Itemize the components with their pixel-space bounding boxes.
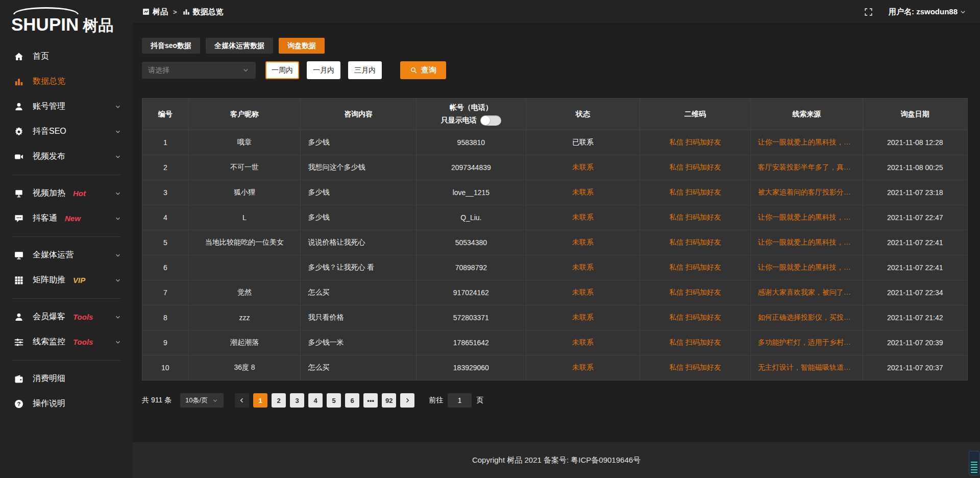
page-button-2[interactable]: 2 [272, 393, 286, 408]
sidebar-item-账号管理[interactable]: 账号管理 [0, 94, 133, 119]
cell-qrcode[interactable]: 私信 扫码加好友 [640, 305, 751, 330]
table-row: 3狐小狸多少钱love__1215未联系私信 扫码加好友被大家追着问的客厅投影分… [142, 180, 968, 205]
status-badge: 未联系 [572, 313, 594, 321]
cell-qrcode[interactable]: 私信 扫码加好友 [640, 330, 751, 355]
cell-qrcode[interactable]: 私信 扫码加好友 [640, 230, 751, 255]
breadcrumb-root[interactable]: 树品 [153, 7, 168, 17]
sidebar-item-操作说明[interactable]: ?操作说明 [0, 391, 133, 416]
page-button-4[interactable]: 4 [308, 393, 323, 408]
page-buttons: 123456•••92 [249, 393, 396, 408]
topbar-right: 用户名: zswodun88 [864, 7, 967, 17]
cell-status: 未联系 [526, 305, 640, 330]
cell-row-id: 9 [142, 330, 189, 355]
cell-source[interactable]: 如何正确选择投影仪，买投影... [750, 305, 863, 330]
sidebar-item-全媒体运营[interactable]: 全媒体运营 [0, 243, 133, 268]
cell-source[interactable]: 被大家追着问的客厅投影分享... [750, 180, 863, 205]
table-row: 7觉然怎么买917024162未联系私信 扫码加好友感谢大家喜欢我家，被问了好.… [142, 280, 968, 305]
column-header-title: 帐号（电话） [422, 103, 521, 112]
cell-qrcode[interactable]: 私信 扫码加好友 [640, 180, 751, 205]
sidebar-item-消费明细[interactable]: 消费明细 [0, 366, 133, 391]
pagination: 共 911 条 10条/页 123456•••92 前往 1 页 [142, 393, 968, 408]
chevron-right-icon [404, 397, 411, 404]
table-row: 9潮起潮落多少钱一米178651642未联系私信 扫码加好友多功能护栏灯，适用于… [142, 330, 968, 355]
gear-icon [14, 127, 24, 137]
sidebar-item-会员爆客[interactable]: 会员爆客Tools [0, 304, 133, 329]
cell-source[interactable]: 让你一眼就爱上的黑科技，能... [750, 255, 863, 280]
select-placeholder: 请选择 [148, 66, 169, 75]
cell-source[interactable]: 多功能护栏灯，适用于乡村文... [750, 330, 863, 355]
chevron-down-icon [114, 252, 121, 259]
chevron-down-icon [114, 339, 121, 346]
cell-qrcode[interactable]: 私信 扫码加好友 [640, 130, 751, 155]
sidebar-item-数据总览[interactable]: 数据总览 [0, 69, 133, 94]
cell-qrcode[interactable]: 私信 扫码加好友 [640, 205, 751, 230]
sidebar-item-label: 矩阵助推 [33, 275, 65, 285]
cell-date: 2021-11-07 22:47 [863, 205, 967, 230]
cell-qrcode[interactable]: 私信 扫码加好友 [640, 255, 751, 280]
chevron-left-icon [238, 397, 246, 404]
range-button-三月内[interactable]: 三月内 [348, 61, 382, 79]
video-icon [14, 152, 24, 162]
help-icon: ? [14, 399, 24, 409]
tab-询盘数据[interactable]: 询盘数据 [279, 38, 325, 54]
search-button[interactable]: 查询 [400, 61, 446, 79]
range-button-一月内[interactable]: 一月内 [307, 61, 340, 79]
page-button-1[interactable]: 1 [253, 393, 267, 408]
cell-source[interactable]: 让你一眼就爱上的黑科技，能... [750, 205, 863, 230]
fullscreen-icon[interactable] [864, 7, 873, 17]
cell-status: 未联系 [526, 280, 640, 305]
tab-全媒体运营数据[interactable]: 全媒体运营数据 [206, 38, 273, 54]
cell-source[interactable]: 让你一眼就爱上的黑科技，能... [750, 230, 863, 255]
grid-icon [14, 275, 24, 285]
account-select[interactable]: 请选择 [142, 62, 256, 79]
chevron-down-icon [114, 277, 121, 284]
table-row: 1036度 8怎么买183929060未联系私信 扫码加好友无主灯设计，智能磁吸… [142, 355, 968, 380]
sidebar-item-抖音SEO[interactable]: 抖音SEO [0, 119, 133, 144]
user-menu[interactable]: 用户名: zswodun88 [889, 7, 967, 17]
goto-page-input[interactable]: 1 [448, 393, 472, 408]
floating-widget[interactable] [969, 451, 979, 475]
page-ellipsis-button[interactable]: ••• [363, 393, 378, 408]
search-button-label: 查询 [421, 65, 436, 75]
sidebar-item-badge: New [65, 214, 81, 223]
sidebar-item-矩阵助推[interactable]: 矩阵助推VIP [0, 268, 133, 293]
chevron-down-icon [959, 8, 967, 16]
cell-account: 572803371 [416, 305, 526, 330]
phone-only-toggle[interactable] [480, 115, 501, 126]
prev-page-button[interactable] [235, 393, 249, 408]
page-button-6[interactable]: 6 [345, 393, 359, 408]
page-size-select[interactable]: 10条/页 [180, 393, 224, 408]
filter-bar: 请选择 一周内一月内三月内 查询 [142, 61, 968, 79]
cell-qrcode[interactable]: 私信 扫码加好友 [640, 280, 751, 305]
cell-row-id: 4 [142, 205, 189, 230]
sidebar-item-抖客通[interactable]: 抖客通New [0, 206, 133, 231]
topbar: 树品 > 数据总览 用户名: zswodun88 [133, 0, 980, 24]
cell-status: 未联系 [526, 205, 640, 230]
svg-text:?: ? [17, 400, 21, 407]
page-button-92[interactable]: 92 [382, 393, 396, 408]
cell-account: 917024162 [416, 280, 526, 305]
cell-source[interactable]: 无主灯设计，智能磁吸轨道灯... [750, 355, 863, 380]
tab-抖音seo数据[interactable]: 抖音seo数据 [142, 38, 200, 54]
cell-source[interactable]: 客厅安装投影半年多了，真实... [750, 155, 863, 180]
cell-qrcode[interactable]: 私信 扫码加好友 [640, 155, 751, 180]
range-button-一周内[interactable]: 一周内 [265, 61, 299, 79]
status-badge: 已联系 [572, 138, 594, 146]
page-button-5[interactable]: 5 [327, 393, 341, 408]
breadcrumb-current: 数据总览 [193, 7, 224, 17]
sidebar-item-视频发布[interactable]: 视频发布 [0, 144, 133, 169]
cell-source[interactable]: 让你一眼就爱上的黑科技，能... [750, 130, 863, 155]
cell-qrcode[interactable]: 私信 扫码加好友 [640, 355, 751, 380]
cell-row-id: 8 [142, 305, 189, 330]
next-page-button[interactable] [400, 393, 414, 408]
cell-date: 2021-11-07 20:39 [863, 330, 967, 355]
sidebar-item-badge: Tools [73, 338, 93, 346]
sidebar-item-视频加热[interactable]: 视频加热Hot [0, 181, 133, 206]
cell-row-id: 3 [142, 180, 189, 205]
screen-icon [14, 188, 24, 199]
sidebar-item-线索监控[interactable]: 线索监控Tools [0, 329, 133, 354]
sidebar-item-首页[interactable]: 首页 [0, 44, 133, 69]
cell-date: 2021-11-07 23:18 [863, 180, 967, 205]
page-button-3[interactable]: 3 [290, 393, 304, 408]
cell-source[interactable]: 感谢大家喜欢我家，被问了好... [750, 280, 863, 305]
